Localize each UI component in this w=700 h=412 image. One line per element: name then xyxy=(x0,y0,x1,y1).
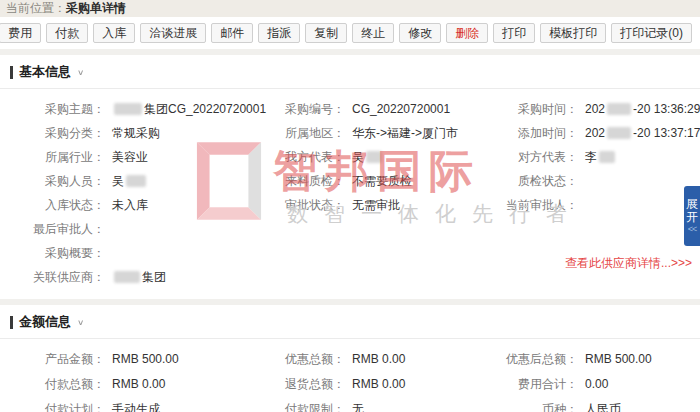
section-marker xyxy=(10,316,13,329)
field-row-inspection-status: 质检状态： xyxy=(500,169,700,193)
basic-info-column-1: 采购主题： 集团CG_20220720001 采购分类： 常规采购 所属行业： … xyxy=(0,97,280,289)
field-value: CG_20220720001 xyxy=(352,97,450,121)
basic-info-header: 基本信息 ∨ xyxy=(0,55,700,88)
field-value: 集团 xyxy=(112,265,166,289)
field-label: 采购主题： xyxy=(0,97,105,121)
field-row-counterpart-representative: 对方代表： 李 xyxy=(500,145,700,169)
copy-button[interactable]: 复制 xyxy=(305,23,347,43)
field-value: RMB 0.00 xyxy=(352,347,405,372)
toolbar: 费用 付款 入库 洽谈进展 邮件 指派 复制 终止 修改 删除 打印 模板打印 … xyxy=(0,17,700,49)
field-row-approval-status: 审批状态： 无需审批 xyxy=(280,193,500,217)
field-label: 关联供应商： xyxy=(0,265,105,289)
field-label: 所属行业： xyxy=(0,145,105,169)
field-value: 202-20 13:36:29 xyxy=(585,97,700,121)
field-row-purchaser: 采购人员： 吴 xyxy=(0,169,280,193)
double-left-arrow-icon: << xyxy=(688,224,697,234)
field-label: 审批状态： xyxy=(280,193,345,217)
field-label: 来料质检： xyxy=(280,169,345,193)
field-value: RMB 500.00 xyxy=(585,347,652,372)
breadcrumb-prefix: 当前位置： xyxy=(6,1,66,15)
field-row-purchase-summary: 采购概要： xyxy=(0,241,280,265)
field-row-region: 所属地区： 华东->福建->厦门市 xyxy=(280,121,500,145)
field-label: 付款计划： xyxy=(0,397,105,412)
field-row-expense-total: 费用合计： 0.00 xyxy=(500,372,700,397)
template-print-button[interactable]: 模板打印 xyxy=(540,23,606,43)
field-label: 质检状态： xyxy=(500,169,578,193)
modify-button[interactable]: 修改 xyxy=(399,23,441,43)
field-row-total-after-discount: 优惠后总额： RMB 500.00 xyxy=(500,347,700,372)
terminate-button[interactable]: 终止 xyxy=(352,23,394,43)
field-label: 采购时间： xyxy=(500,97,578,121)
field-row-purchase-subject: 采购主题： 集团CG_20220720001 xyxy=(0,97,280,121)
expand-sidebar-tab[interactable]: 展开 << xyxy=(684,186,700,246)
field-label: 付款总额： xyxy=(0,372,105,397)
field-row-incoming-inspection: 来料质检： 不需要质检 xyxy=(280,169,500,193)
field-row-last-approver: 最后审批人： xyxy=(0,217,280,241)
print-button[interactable]: 打印 xyxy=(493,23,535,43)
breadcrumb: 当前位置：采购单详情 xyxy=(0,0,700,17)
field-row-discount-total: 优惠总额： RMB 0.00 xyxy=(280,347,500,372)
basic-info-column-2: 采购编号： CG_20220720001 所属地区： 华东->福建->厦门市 我… xyxy=(280,97,500,289)
field-value: 无 xyxy=(352,397,364,412)
field-value: RMB 0.00 xyxy=(112,372,165,397)
field-label: 付款限制： xyxy=(280,397,345,412)
field-value: 华东->福建->厦门市 xyxy=(352,121,458,145)
amount-column-3: 优惠后总额： RMB 500.00 费用合计： 0.00 币种： 人民币 xyxy=(500,347,700,412)
expense-button[interactable]: 费用 xyxy=(0,23,41,43)
field-row-payment-total: 付款总额： RMB 0.00 xyxy=(0,372,280,397)
field-label: 产品金额： xyxy=(0,347,105,372)
field-label: 采购编号： xyxy=(280,97,345,121)
field-row-purchase-number: 采购编号： CG_20220720001 xyxy=(280,97,500,121)
field-value: RMB 500.00 xyxy=(112,347,179,372)
redacted-blur xyxy=(366,151,382,163)
field-row-purchase-category: 采购分类： 常规采购 xyxy=(0,121,280,145)
view-supplier-link[interactable]: 查看此供应商详情...>>> xyxy=(565,255,692,272)
field-label: 添加时间： xyxy=(500,121,578,145)
field-label: 当前审批人： xyxy=(500,193,578,217)
field-row-return-total: 退货总额： RMB 0.00 xyxy=(280,372,500,397)
field-row-our-representative: 我方代表： 吴 xyxy=(280,145,500,169)
amount-info-panel: 金额信息 ∨ 产品金额： RMB 500.00 付款总额： RMB 0.00 付… xyxy=(0,305,700,412)
amount-column-2: 优惠总额： RMB 0.00 退货总额： RMB 0.00 付款限制： 无 xyxy=(280,347,500,412)
inbound-button[interactable]: 入库 xyxy=(93,23,135,43)
amount-info-title: 金额信息 xyxy=(19,313,71,331)
field-label: 对方代表： xyxy=(500,145,578,169)
field-row-inbound-status: 入库状态： 未入库 xyxy=(0,193,280,217)
field-row-product-amount: 产品金额： RMB 500.00 xyxy=(0,347,280,372)
field-value: 美容业 xyxy=(112,145,148,169)
field-row-linked-supplier: 关联供应商： 集团 xyxy=(0,265,280,289)
print-records-button[interactable]: 打印记录(0) xyxy=(611,23,692,43)
redacted-blur xyxy=(114,103,142,115)
field-row-purchase-time: 采购时间： 202-20 13:36:29 xyxy=(500,97,700,121)
field-value: 0.00 xyxy=(585,372,608,397)
delete-button[interactable]: 删除 xyxy=(446,23,488,43)
redacted-blur xyxy=(607,127,631,139)
field-label: 优惠总额： xyxy=(280,347,345,372)
expand-tab-label: 展开 xyxy=(686,198,698,224)
field-label: 我方代表： xyxy=(280,145,345,169)
field-row-payment-restriction: 付款限制： 无 xyxy=(280,397,500,412)
field-value: 李 xyxy=(585,145,617,169)
page-title: 采购单详情 xyxy=(66,1,126,15)
field-value: 常规采购 xyxy=(112,121,160,145)
field-label: 采购人员： xyxy=(0,169,105,193)
chevron-down-icon[interactable]: ∨ xyxy=(77,318,84,327)
field-label: 所属地区： xyxy=(280,121,345,145)
field-value: RMB 0.00 xyxy=(352,372,405,397)
chevron-down-icon[interactable]: ∨ xyxy=(77,68,84,77)
field-value: 无需审批 xyxy=(352,193,400,217)
mail-button[interactable]: 邮件 xyxy=(211,23,253,43)
basic-info-title: 基本信息 xyxy=(19,63,71,81)
amount-info-fields: 产品金额： RMB 500.00 付款总额： RMB 0.00 付款计划： 手动… xyxy=(0,339,700,412)
purchase-order-detail-page: 当前位置：采购单详情 费用 付款 入库 洽谈进展 邮件 指派 复制 终止 修改 … xyxy=(0,0,700,412)
field-row-add-time: 添加时间： 202-20 13:37:17 xyxy=(500,121,700,145)
assign-button[interactable]: 指派 xyxy=(258,23,300,43)
redacted-blur xyxy=(599,151,615,163)
field-row-payment-plan: 付款计划： 手动生成 xyxy=(0,397,280,412)
payment-button[interactable]: 付款 xyxy=(46,23,88,43)
field-label: 采购分类： xyxy=(0,121,105,145)
negotiation-progress-button[interactable]: 洽谈进展 xyxy=(140,23,206,43)
field-value: 未入库 xyxy=(112,193,148,217)
field-value: 吴 xyxy=(352,145,384,169)
field-value: 集团CG_20220720001 xyxy=(112,97,266,121)
